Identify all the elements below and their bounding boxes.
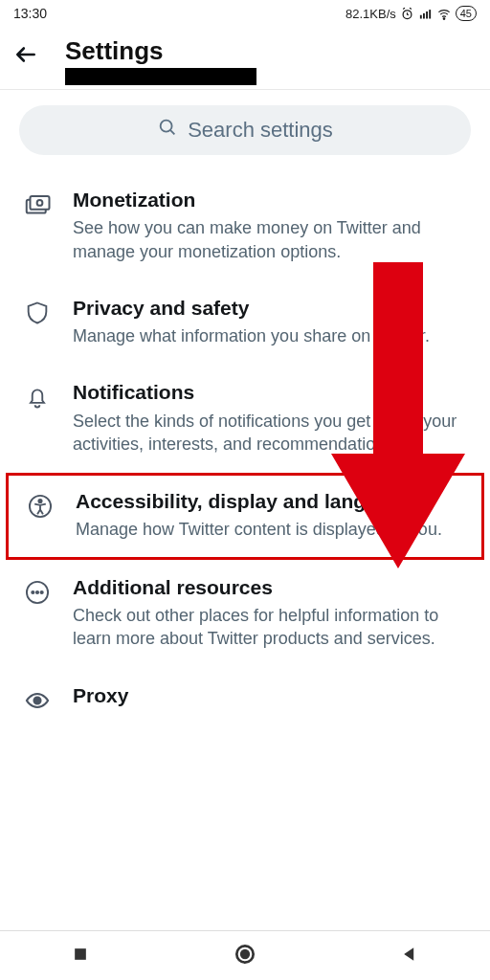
recent-apps-button[interactable]: [71, 945, 90, 968]
svg-rect-17: [75, 948, 86, 960]
svg-point-16: [34, 697, 41, 703]
search-input[interactable]: Search settings: [19, 105, 471, 155]
item-title: Notifications: [73, 380, 469, 405]
accessibility-icon: [24, 493, 56, 520]
svg-point-6: [161, 121, 172, 132]
svg-rect-1: [420, 14, 422, 18]
alarm-icon: [400, 7, 414, 21]
settings-item-privacy[interactable]: Privacy and safety Manage what informati…: [0, 280, 490, 366]
shield-icon: [21, 300, 54, 326]
status-time: 13:30: [13, 6, 47, 21]
wifi-icon: [436, 7, 452, 21]
header: Settings: [0, 27, 490, 90]
item-title: Proxy: [73, 683, 469, 708]
item-desc: Select the kinds of notifications you ge…: [73, 410, 469, 457]
more-icon: [21, 579, 54, 606]
settings-list: Monetization See how you can make money …: [0, 172, 490, 731]
status-right: 82.1KB/s 45: [345, 6, 477, 21]
settings-item-monetization[interactable]: Monetization See how you can make money …: [0, 172, 490, 280]
home-button[interactable]: [233, 942, 257, 970]
item-title: Privacy and safety: [73, 296, 469, 321]
monetization-icon: [21, 191, 54, 220]
battery-indicator: 45: [456, 6, 477, 21]
back-button[interactable]: [13, 42, 38, 71]
svg-point-11: [38, 500, 41, 502]
back-nav-button[interactable]: [400, 945, 419, 968]
bell-icon: [21, 384, 54, 411]
page-title: Settings: [65, 36, 256, 66]
svg-point-14: [36, 591, 38, 593]
svg-rect-8: [31, 196, 50, 210]
item-desc: See how you can make money on Twitter an…: [73, 216, 469, 263]
settings-item-notifications[interactable]: Notifications Select the kinds of notifi…: [0, 365, 490, 473]
status-bar: 13:30 82.1KB/s 45: [0, 0, 490, 27]
settings-item-accessibility[interactable]: Accessibility, display and languages Man…: [9, 476, 481, 557]
settings-item-proxy[interactable]: Proxy: [0, 668, 490, 731]
search-placeholder: Search settings: [188, 118, 333, 143]
svg-point-19: [241, 950, 249, 958]
item-desc: Manage how Twitter content is displayed …: [76, 518, 466, 541]
eye-icon: [21, 687, 54, 714]
svg-rect-2: [423, 12, 425, 18]
item-desc: Manage what information you share on Twi…: [73, 324, 469, 347]
svg-point-15: [41, 591, 43, 593]
svg-point-5: [443, 17, 445, 19]
search-container: Search settings: [0, 90, 490, 172]
search-icon: [157, 117, 178, 144]
signal-icon: [418, 7, 433, 21]
svg-point-13: [32, 591, 33, 593]
svg-rect-3: [426, 11, 428, 19]
item-desc: Check out other places for helpful infor…: [73, 604, 469, 651]
redacted-subtitle: [65, 68, 256, 85]
annotation-highlight: Accessibility, display and languages Man…: [6, 473, 484, 560]
item-title: Accessibility, display and languages: [76, 489, 466, 514]
settings-item-additional[interactable]: Additional resources Check out other pla…: [0, 560, 490, 668]
item-title: Additional resources: [73, 575, 469, 600]
item-title: Monetization: [73, 188, 469, 212]
android-nav-bar: [0, 930, 490, 980]
svg-rect-4: [429, 10, 431, 18]
net-speed: 82.1KB/s: [345, 7, 396, 21]
